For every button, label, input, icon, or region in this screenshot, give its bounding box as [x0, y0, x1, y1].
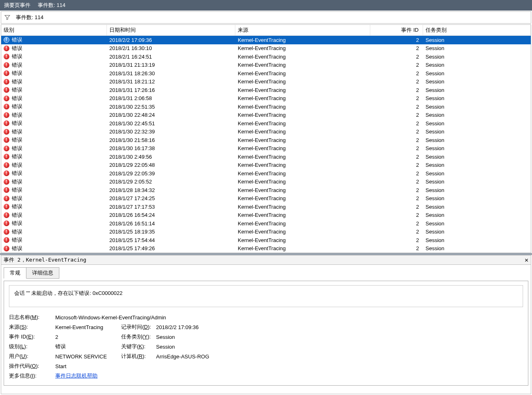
table-row[interactable]: !错误2018/1/30 22:48:24Kernel-EventTracing…: [1, 111, 531, 120]
tab-details[interactable]: 详细信息: [26, 267, 59, 279]
table-row[interactable]: !错误2018/1/30 2:49:56Kernel-EventTracing2…: [1, 153, 531, 161]
cell-level: 错误: [12, 70, 22, 77]
error-icon: !: [4, 212, 9, 218]
cell-date: 2018/1/30 2:49:56: [107, 154, 235, 160]
table-row[interactable]: !错误2018/1/26 16:51:14Kernel-EventTracing…: [1, 219, 531, 228]
event-list: 级别 日期和时间 来源 事件 ID 任务类别 !错误2018/2/2 17:09…: [1, 24, 531, 253]
cell-event-id: 2: [370, 45, 423, 51]
cell-date: 2018/1/26 16:54:24: [107, 212, 235, 218]
cell-source: Kernel-EventTracing: [235, 229, 370, 235]
cell-source: Kernel-EventTracing: [235, 220, 370, 227]
error-icon: !: [4, 229, 9, 235]
cell-event-id: 2: [370, 245, 423, 251]
value-eventid: 2: [55, 334, 119, 340]
cell-level: 错误: [12, 61, 22, 69]
cell-event-id: 2: [370, 112, 423, 118]
value-opcode: Start: [55, 363, 523, 369]
table-row[interactable]: !错误2018/1/31 21:13:19Kernel-EventTracing…: [1, 61, 531, 70]
table-row[interactable]: !错误2018/1/31 18:26:30Kernel-EventTracing…: [1, 69, 531, 78]
cell-task: Session: [423, 129, 531, 135]
table-row[interactable]: !错误2018/1/25 17:49:26Kernel-EventTracing…: [1, 244, 531, 253]
cell-level: 错误: [12, 245, 22, 252]
column-headers: 级别 日期和时间 来源 事件 ID 任务类别: [1, 25, 531, 36]
cell-event-id: 2: [370, 187, 423, 193]
value-taskcat: Session: [156, 334, 523, 340]
col-source[interactable]: 来源: [235, 25, 370, 35]
table-row[interactable]: !错误2018/1/25 18:19:35Kernel-EventTracing…: [1, 228, 531, 236]
table-row[interactable]: !错误2018/1/27 17:24:25Kernel-EventTracing…: [1, 194, 531, 203]
cell-source: Kernel-EventTracing: [235, 204, 370, 210]
table-row[interactable]: !错误2018/1/27 17:17:53Kernel-EventTracing…: [1, 203, 531, 211]
cell-source: Kernel-EventTracing: [235, 212, 370, 218]
cell-task: Session: [423, 237, 531, 243]
table-row[interactable]: !错误2018/2/1 16:24:51Kernel-EventTracing2…: [1, 52, 531, 61]
table-row[interactable]: !错误2018/1/29 22:05:48Kernel-EventTracing…: [1, 161, 531, 170]
label-taskcat: 任务类别(Y):: [121, 333, 154, 340]
cell-level: 错误: [12, 136, 22, 144]
table-row[interactable]: !错误2018/1/30 21:58:16Kernel-EventTracing…: [1, 136, 531, 144]
event-list-body[interactable]: !错误2018/2/2 17:09:36Kernel-EventTracing2…: [1, 36, 531, 253]
cell-event-id: 2: [370, 129, 423, 135]
table-row[interactable]: !错误2018/1/30 16:17:38Kernel-EventTracing…: [1, 144, 531, 153]
cell-event-id: 2: [370, 195, 423, 201]
event-message: 会话 "" 未能启动，存在以下错误: 0xC0000022: [9, 285, 523, 307]
cell-level: 错误: [12, 111, 22, 119]
cell-event-id: 2: [370, 120, 423, 127]
cell-date: 2018/1/30 22:32:39: [107, 129, 235, 135]
cell-task: Session: [423, 137, 531, 143]
error-icon: !: [4, 137, 9, 143]
col-task[interactable]: 任务类别: [423, 25, 531, 35]
table-row[interactable]: !错误2018/1/25 17:54:44Kernel-EventTracing…: [1, 236, 531, 244]
cell-level: 错误: [12, 128, 22, 135]
detail-panel: 常规 详细信息 会话 "" 未能启动，存在以下错误: 0xC0000022 日志…: [1, 265, 531, 394]
link-online-help[interactable]: 事件日志联机帮助: [55, 373, 98, 379]
cell-level: 错误: [12, 203, 22, 210]
cell-task: Session: [423, 70, 531, 76]
error-icon: !: [4, 112, 9, 118]
cell-date: 2018/1/27 17:17:53: [107, 204, 235, 210]
cell-task: Session: [423, 62, 531, 68]
cell-date: 2018/1/31 18:21:12: [107, 79, 235, 85]
cell-event-id: 2: [370, 145, 423, 151]
cell-date: 2018/1/30 22:45:51: [107, 120, 235, 127]
cell-task: Session: [423, 220, 531, 227]
cell-date: 2018/1/25 17:54:44: [107, 237, 235, 243]
cell-task: Session: [423, 162, 531, 168]
table-row[interactable]: !错误2018/1/30 22:45:51Kernel-EventTracing…: [1, 119, 531, 128]
table-row[interactable]: !错误2018/1/26 16:54:24Kernel-EventTracing…: [1, 211, 531, 220]
cell-task: Session: [423, 204, 531, 210]
table-row[interactable]: !错误2018/1/29 22:05:39Kernel-EventTracing…: [1, 169, 531, 178]
tab-general[interactable]: 常规: [4, 267, 26, 279]
table-row[interactable]: !错误2018/2/1 16:30:10Kernel-EventTracing2…: [1, 44, 531, 53]
col-event-id[interactable]: 事件 ID: [370, 25, 423, 35]
table-row[interactable]: !错误2018/1/28 18:34:32Kernel-EventTracing…: [1, 186, 531, 194]
cell-date: 2018/1/29 22:05:48: [107, 162, 235, 168]
table-row[interactable]: !错误2018/1/31 18:21:12Kernel-EventTracing…: [1, 78, 531, 86]
detail-header-text: 事件 2，Kernel-EventTracing: [4, 256, 86, 264]
table-row[interactable]: !错误2018/1/30 22:32:39Kernel-EventTracing…: [1, 128, 531, 136]
cell-task: Session: [423, 37, 531, 43]
cell-task: Session: [423, 212, 531, 218]
label-keywords: 关键字(K):: [121, 343, 154, 350]
cell-date: 2018/1/26 16:51:14: [107, 220, 235, 227]
close-icon[interactable]: ✕: [525, 256, 528, 264]
cell-event-id: 2: [370, 54, 423, 60]
table-row[interactable]: !错误2018/1/31 2:06:58Kernel-EventTracing2…: [1, 94, 531, 103]
table-row[interactable]: !错误2018/2/2 17:09:36Kernel-EventTracing2…: [1, 36, 531, 44]
cell-source: Kernel-EventTracing: [235, 104, 370, 110]
cell-source: Kernel-EventTracing: [235, 129, 370, 135]
cell-level: 错误: [12, 120, 22, 127]
table-row[interactable]: !错误2018/1/30 22:51:35Kernel-EventTracing…: [1, 103, 531, 111]
label-logname: 日志名称(M):: [9, 314, 54, 321]
label-user: 用户(U):: [9, 353, 54, 360]
table-row[interactable]: !错误2018/1/29 2:05:52Kernel-EventTracing2…: [1, 178, 531, 186]
error-icon: !: [4, 179, 9, 185]
filter-bar: 事件数: 114: [1, 11, 531, 24]
col-date[interactable]: 日期和时间: [107, 25, 235, 35]
filter-icon[interactable]: [4, 15, 10, 20]
cell-level: 错误: [12, 178, 22, 185]
table-row[interactable]: !错误2018/1/31 17:26:16Kernel-EventTracing…: [1, 86, 531, 94]
col-level[interactable]: 级别: [1, 25, 107, 35]
cell-date: 2018/1/29 22:05:39: [107, 170, 235, 177]
cell-event-id: 2: [370, 62, 423, 68]
